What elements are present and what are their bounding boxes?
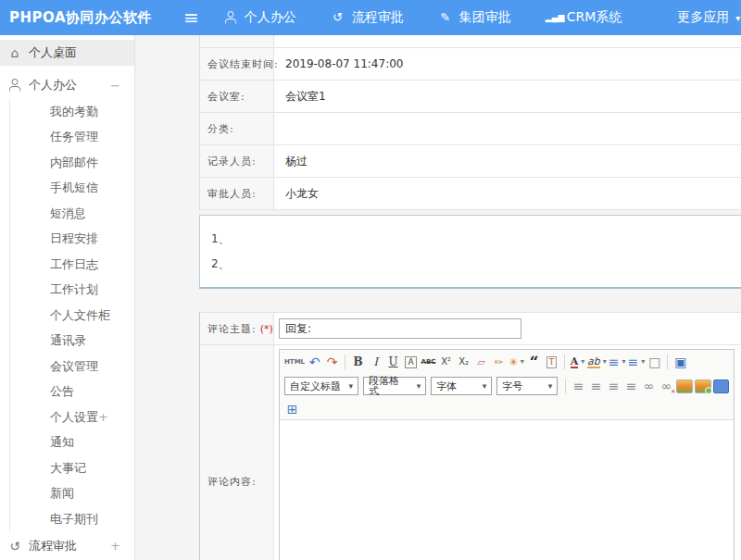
editor-toolbar-row-2: 自定义标题 段落格式 字体 字号 ≡ ≡ bbox=[280, 374, 734, 398]
multi-image-button[interactable] bbox=[695, 380, 711, 393]
align-justify-button[interactable]: ≡ bbox=[623, 377, 639, 395]
nav-crm-system[interactable]: ▂▄▆ CRM系统 bbox=[546, 9, 629, 26]
align-center-button[interactable]: ≡ bbox=[588, 377, 604, 395]
font-size-select[interactable]: 字号 bbox=[496, 377, 558, 395]
expand-toggle-icon[interactable]: + bbox=[110, 539, 120, 553]
underline-button[interactable]: U bbox=[385, 353, 401, 371]
sidebar-item-icon bbox=[29, 181, 44, 194]
table-row: 记录人员: 杨过 bbox=[200, 145, 741, 178]
highlight-color-button[interactable]: ab bbox=[587, 353, 607, 371]
source-code-button[interactable]: HTML bbox=[284, 353, 305, 371]
editor-toolbar-row-3: ⊞ bbox=[280, 398, 734, 420]
sidebar-item-notification[interactable]: 通知 bbox=[0, 430, 134, 456]
bold-button[interactable]: B bbox=[350, 353, 366, 371]
blockquote-button[interactable]: “ bbox=[526, 353, 542, 371]
menu-toggle-icon[interactable]: ≡ bbox=[183, 8, 199, 27]
align-left-button[interactable]: ≡ bbox=[571, 377, 586, 395]
label-text: 评论内容: bbox=[207, 475, 257, 489]
sidebar-item-icon: ↺ bbox=[7, 540, 22, 553]
nav-group-approval[interactable]: ✎ 集团审批 bbox=[438, 9, 518, 26]
sidebar-item-icon bbox=[29, 334, 44, 347]
sidebar-item-news[interactable]: 新闻 bbox=[0, 481, 134, 507]
comment-subject-input[interactable] bbox=[279, 318, 521, 339]
expand-toggle-icon[interactable]: + bbox=[98, 410, 108, 424]
sidebar-item-icon bbox=[29, 232, 44, 245]
strikethrough-button[interactable]: ABC bbox=[421, 353, 436, 371]
sidebar-item-personal-file-cabinet[interactable]: 个人文件柜 bbox=[0, 303, 134, 329]
italic-button[interactable]: I bbox=[368, 353, 383, 371]
sidebar-item-schedule[interactable]: 日程安排 bbox=[0, 227, 134, 253]
expand-toggle-icon[interactable]: − bbox=[110, 79, 120, 93]
sidebar-item-task-management[interactable]: 任务管理 bbox=[0, 125, 134, 151]
link-button[interactable]: ∞ bbox=[641, 377, 657, 395]
sidebar-item-label: 任务管理 bbox=[50, 129, 98, 145]
sidebar-item-announcement[interactable]: 公告 bbox=[0, 380, 134, 405]
sidebar-item-workflow-approval[interactable]: ↺ 流程审批 + bbox=[0, 532, 134, 560]
superscript-button[interactable]: X² bbox=[438, 353, 454, 371]
sidebar-item-personal-settings[interactable]: 个人设置 + bbox=[0, 404, 134, 430]
unlink-button[interactable]: ∞ bbox=[659, 377, 674, 395]
sidebar-item-my-attendance[interactable]: 我的考勤 bbox=[0, 99, 134, 125]
paste-as-text-button[interactable]: T bbox=[544, 353, 559, 371]
nav-personal-office[interactable]: 个人办公 bbox=[223, 9, 303, 26]
sidebar-item-label: 手机短信 bbox=[50, 180, 98, 196]
ordered-list-button[interactable]: ≡ bbox=[609, 353, 626, 371]
sidebar-item-work-plan[interactable]: 工作计划 bbox=[0, 278, 134, 304]
sidebar-item-e-journal[interactable]: 电子期刊 bbox=[0, 506, 134, 532]
sidebar-item-label: 我的考勤 bbox=[50, 104, 98, 120]
sidebar-item-icon bbox=[29, 207, 44, 220]
comment-content-row: 评论内容: HTML ↶ ↷ B bbox=[200, 345, 741, 560]
nav-item-icon: ▂▄▆ bbox=[546, 11, 560, 24]
format-brush-button[interactable]: ✳ bbox=[509, 353, 524, 371]
sidebar-item-work-log[interactable]: 工作日志 bbox=[0, 252, 134, 278]
sidebar-item-meeting-management[interactable]: 会议管理 bbox=[0, 354, 134, 380]
nav-item-label: CRM系统 bbox=[567, 9, 622, 26]
clean-format-button[interactable]: ✏ bbox=[491, 353, 507, 371]
subscript-button[interactable]: X₂ bbox=[456, 353, 471, 371]
sidebar-item-personal-desktop[interactable]: ⌂ 个人桌面 bbox=[0, 40, 134, 66]
redo-button[interactable]: ↷ bbox=[324, 353, 340, 371]
comment-subject-label: 评论主题: (*) bbox=[200, 313, 274, 344]
undo-button[interactable]: ↶ bbox=[307, 353, 322, 371]
insert-table-button[interactable]: ⊞ bbox=[284, 400, 300, 418]
sidebar-item-contacts[interactable]: 通讯录 bbox=[0, 329, 134, 355]
sidebar-item-icon bbox=[29, 487, 44, 500]
field-value: 2019-08-07 11:47:00 bbox=[274, 48, 741, 80]
field-value: 会议室1 bbox=[274, 81, 741, 112]
meeting-detail-section: 会议结束时间: 2019-08-07 11:47:00 会议室: 会议室1 分类… bbox=[199, 35, 741, 289]
nav-more-apps[interactable]: 更多应用 ▾ bbox=[656, 9, 740, 26]
sidebar-item-short-message[interactable]: 短消息 bbox=[0, 201, 134, 227]
sidebar-item-label: 流程审批 bbox=[29, 538, 77, 554]
insert-media-button[interactable] bbox=[713, 380, 729, 393]
field-value: 小龙女 bbox=[274, 178, 741, 209]
sidebar-item-memorabilia[interactable]: 大事记 bbox=[0, 455, 134, 481]
new-document-button[interactable]: □ bbox=[647, 353, 662, 371]
editor-content-area[interactable] bbox=[280, 420, 734, 560]
align-right-button[interactable]: ≡ bbox=[606, 377, 622, 395]
sidebar-item-mobile-sms[interactable]: 手机短信 bbox=[0, 176, 134, 202]
eraser-button[interactable]: ▱ bbox=[473, 353, 489, 371]
sidebar-item-icon bbox=[29, 156, 44, 169]
chevron-down-icon: ▾ bbox=[735, 13, 740, 23]
nav-item-icon bbox=[656, 11, 671, 24]
sidebar-item-label: 日程安排 bbox=[50, 230, 98, 247]
toolbar-separator bbox=[345, 355, 345, 369]
top-nav-menu: 个人办公 ↺ 流程审批 ✎ 集团审批 ▂▄▆ CRM系统 bbox=[223, 9, 741, 26]
sidebar-item-internal-mail[interactable]: 内部邮件 bbox=[0, 150, 134, 176]
font-color-button[interactable]: A bbox=[570, 353, 585, 371]
font-family-select[interactable]: 字体 bbox=[431, 377, 492, 395]
sidebar-item-label: 大事记 bbox=[50, 460, 86, 477]
paragraph-format-select[interactable]: 段落格式 bbox=[363, 377, 426, 395]
font-style-button[interactable]: A bbox=[403, 353, 419, 371]
sidebar-item-icon bbox=[29, 513, 44, 526]
nav-item-label: 个人办公 bbox=[245, 9, 296, 26]
insert-image-button[interactable] bbox=[676, 380, 693, 393]
fullscreen-button[interactable]: ▣ bbox=[672, 353, 688, 371]
nav-item-label: 集团审批 bbox=[459, 9, 511, 26]
unordered-list-button[interactable]: ≡ bbox=[628, 353, 646, 371]
sidebar-item-personal-office[interactable]: 个人办公 − bbox=[0, 71, 134, 99]
nav-workflow-approval[interactable]: ↺ 流程审批 bbox=[331, 9, 410, 26]
heading-select[interactable]: 自定义标题 bbox=[284, 377, 358, 395]
meeting-detail-table: 会议结束时间: 2019-08-07 11:47:00 会议室: 会议室1 分类… bbox=[199, 35, 741, 210]
field-value bbox=[274, 113, 741, 144]
